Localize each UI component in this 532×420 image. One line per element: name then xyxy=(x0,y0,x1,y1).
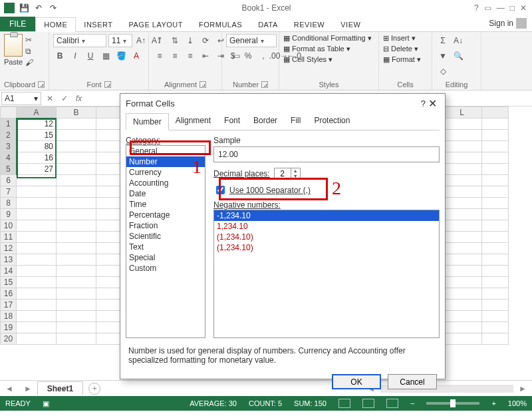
cell[interactable] xyxy=(442,300,482,311)
number-format-combo[interactable]: General▾ xyxy=(226,34,277,47)
cell[interactable] xyxy=(57,186,96,198)
cut-icon[interactable]: ✂ xyxy=(25,35,36,45)
category-item[interactable]: Date xyxy=(126,188,205,199)
cell[interactable] xyxy=(442,288,482,300)
row-header[interactable]: 8 xyxy=(1,198,17,209)
cell[interactable] xyxy=(17,254,57,266)
insert-cells-button[interactable]: ⊞ Insert ▾ xyxy=(383,34,421,43)
row-header[interactable]: 20 xyxy=(1,333,17,345)
align-center-icon[interactable]: ≡ xyxy=(168,49,182,63)
row-header[interactable]: 17 xyxy=(1,300,17,311)
row-header[interactable]: 19 xyxy=(1,322,17,333)
cell[interactable] xyxy=(482,164,509,175)
category-item[interactable]: Text xyxy=(126,242,205,252)
find-icon[interactable]: 🔍 xyxy=(452,49,465,63)
category-item[interactable]: Number xyxy=(126,156,205,167)
decimal-places-input[interactable] xyxy=(275,168,291,179)
page-break-view-icon[interactable] xyxy=(386,399,398,408)
cell[interactable] xyxy=(482,254,509,266)
ribbon-options-icon[interactable]: ▭ xyxy=(484,3,491,13)
cell[interactable] xyxy=(482,300,509,311)
category-item[interactable]: Time xyxy=(126,199,205,210)
cell[interactable] xyxy=(482,333,509,345)
data-tab[interactable]: DATA xyxy=(250,18,286,31)
row-header[interactable]: 10 xyxy=(1,220,17,232)
negative-number-item[interactable]: -1,234.10 xyxy=(214,210,439,221)
cell[interactable] xyxy=(17,175,57,186)
row-header[interactable]: 1 xyxy=(1,118,17,130)
cell[interactable] xyxy=(17,277,57,288)
cell[interactable] xyxy=(17,232,57,243)
dialog-help-icon[interactable]: ? xyxy=(421,99,426,108)
confirm-entry-icon[interactable]: ✓ xyxy=(57,94,72,103)
thousands-checkbox-input[interactable] xyxy=(216,186,225,194)
cell[interactable] xyxy=(482,266,509,277)
format-painter-icon[interactable]: 🖌 xyxy=(25,58,36,67)
record-macro-icon[interactable]: ▣ xyxy=(43,399,49,408)
align-top-icon[interactable]: ⤒ xyxy=(153,34,166,47)
delete-cells-button[interactable]: ⊟ Delete ▾ xyxy=(383,45,421,53)
align-right-icon[interactable]: ≡ xyxy=(184,49,197,63)
insert-tab[interactable]: INSERT xyxy=(76,18,120,31)
cell[interactable] xyxy=(482,118,509,130)
cell[interactable] xyxy=(482,152,509,164)
cell[interactable] xyxy=(442,322,482,333)
hscroll-right[interactable]: ► xyxy=(513,384,532,393)
cell[interactable] xyxy=(57,198,96,209)
cell[interactable] xyxy=(57,322,96,333)
category-item[interactable]: Accounting xyxy=(126,178,205,188)
cell[interactable] xyxy=(482,186,509,198)
row-header[interactable]: 3 xyxy=(1,141,17,152)
zoom-level[interactable]: 100% xyxy=(508,399,527,407)
row-header[interactable]: 5 xyxy=(1,164,17,175)
sheet-nav-prev[interactable]: ◄ xyxy=(0,384,19,393)
row-header[interactable]: 7 xyxy=(1,186,17,198)
cell[interactable] xyxy=(442,130,482,141)
clear-icon[interactable]: ◇ xyxy=(436,65,450,78)
cell[interactable] xyxy=(57,175,96,186)
undo-icon[interactable]: ↶ xyxy=(33,3,44,13)
clipboard-launcher[interactable] xyxy=(38,81,45,88)
cell[interactable] xyxy=(57,118,96,130)
cell[interactable] xyxy=(442,277,482,288)
cell[interactable]: 16 xyxy=(17,152,57,164)
column-header[interactable]: A xyxy=(17,107,57,118)
cell[interactable] xyxy=(442,266,482,277)
font-size-combo[interactable]: 11▾ xyxy=(108,34,132,47)
row-header[interactable]: 12 xyxy=(1,243,17,254)
category-item[interactable]: Scientific xyxy=(126,231,205,242)
row-header[interactable]: 11 xyxy=(1,232,17,243)
percent-icon[interactable]: % xyxy=(241,49,255,63)
row-header[interactable]: 16 xyxy=(1,288,17,300)
zoom-slider[interactable] xyxy=(426,402,479,405)
cancel-entry-icon[interactable]: ✕ xyxy=(43,94,57,103)
cell[interactable]: 27 xyxy=(17,164,57,175)
cell-styles-button[interactable]: ▦ Cell Styles ▾ xyxy=(283,55,372,64)
decrease-indent-icon[interactable]: ⇤ xyxy=(199,49,212,63)
cell[interactable] xyxy=(482,141,509,152)
page-layout-view-icon[interactable] xyxy=(362,399,374,408)
cell[interactable] xyxy=(482,277,509,288)
cell[interactable] xyxy=(482,130,509,141)
cell[interactable] xyxy=(17,266,57,277)
dialog-tab-fill[interactable]: Fill xyxy=(284,112,307,130)
thousands-separator-checkbox[interactable]: Use 1000 Separator (,) xyxy=(213,184,440,196)
paste-button[interactable]: Paste xyxy=(4,34,23,66)
close-icon[interactable]: ✕ xyxy=(520,3,527,13)
new-sheet-button[interactable]: + xyxy=(88,383,100,395)
cell[interactable] xyxy=(57,232,96,243)
formulas-tab[interactable]: FORMULAS xyxy=(191,18,250,31)
format-as-table-button[interactable]: ▦ Format as Table ▾ xyxy=(283,45,372,53)
review-tab[interactable]: REVIEW xyxy=(286,18,332,31)
number-launcher[interactable] xyxy=(261,81,268,88)
grow-font-icon[interactable]: A↑ xyxy=(134,34,148,47)
file-tab[interactable]: FILE xyxy=(0,17,35,31)
font-launcher[interactable] xyxy=(104,81,111,88)
row-header[interactable]: 2 xyxy=(1,130,17,141)
cell[interactable] xyxy=(442,175,482,186)
cell[interactable]: 12 xyxy=(17,118,57,130)
category-item[interactable]: Special xyxy=(126,252,205,263)
home-tab[interactable]: HOME xyxy=(35,17,76,32)
cell[interactable] xyxy=(57,209,96,220)
cell[interactable] xyxy=(482,220,509,232)
